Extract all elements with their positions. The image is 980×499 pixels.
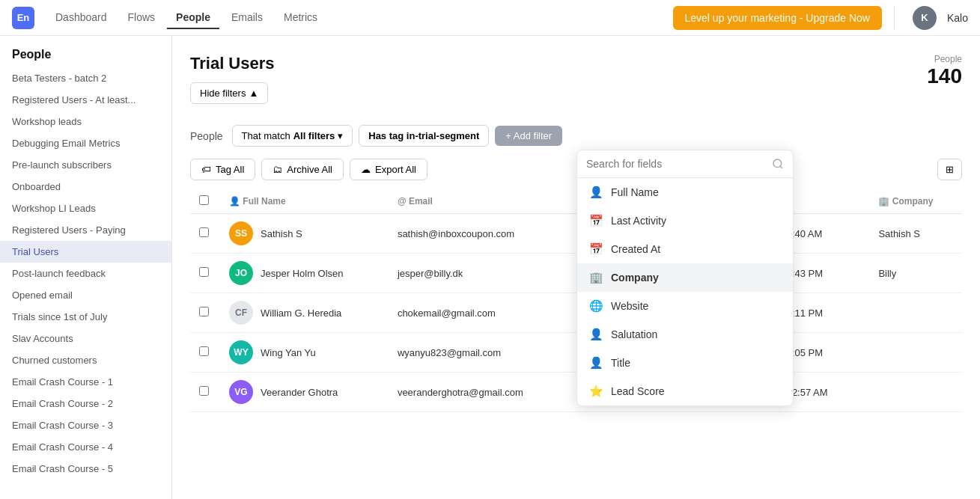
content-header: Trial Users Hide filters ▲ People 140: [190, 54, 962, 116]
row-checkbox-cell: [190, 214, 220, 254]
sidebar-item-registered-users-at[interactable]: Registered Users - At least...: [0, 89, 171, 111]
row-checkbox-cell: [190, 333, 220, 373]
sidebar-item-email-crash-5[interactable]: Email Crash Course - 5: [0, 458, 171, 480]
sidebar-item-postlaunch[interactable]: Post-launch feedback: [0, 263, 171, 284]
sidebar-item-workshop-li[interactable]: Workshop LI Leads: [0, 198, 171, 219]
row-avatar: JO: [229, 261, 253, 285]
columns-icon: ⊞: [946, 164, 954, 175]
row-checkbox-cell: [190, 254, 220, 293]
dropdown-item-icon: 🌐: [589, 299, 603, 313]
archive-all-label: Archive All: [287, 164, 332, 175]
sidebar-item-trial-users[interactable]: Trial Users: [0, 241, 171, 263]
dropdown-item[interactable]: 👤 Title: [577, 349, 793, 377]
row-full-name: Wing Yan Yu: [261, 347, 316, 358]
people-filter-label: People: [190, 130, 223, 142]
row-avatar: WY: [229, 340, 253, 364]
tag-filter-button[interactable]: Has tag in-trial-segment: [359, 125, 489, 147]
content-area: Trial Users Hide filters ▲ People 140 Pe…: [172, 36, 980, 499]
row-full-name: Jesper Holm Olsen: [261, 268, 344, 279]
match-filter-button[interactable]: That match All filters ▾: [232, 125, 353, 147]
nav-items: Dashboard Flows People Emails Metrics: [46, 7, 326, 29]
dropdown-item-label: Created At: [611, 243, 660, 255]
row-checkbox[interactable]: [199, 267, 209, 277]
row-email: chokemail@gmail.com: [398, 307, 496, 319]
row-avatar: CF: [229, 301, 253, 325]
export-all-label: Export All: [375, 164, 416, 175]
sidebar-item-beta-testers[interactable]: Beta Testers - batch 2: [0, 67, 171, 89]
sidebar-item-trials-july[interactable]: Trials since 1st of July: [0, 306, 171, 328]
sidebar-item-email-crash-1[interactable]: Email Crash Course - 1: [0, 371, 171, 393]
export-all-button[interactable]: ☁ Export All: [350, 159, 427, 180]
dropdown-item-label: Lead Score: [611, 385, 665, 397]
row-checkbox[interactable]: [199, 227, 209, 237]
sidebar: People Beta Testers - batch 2 Registered…: [0, 36, 172, 499]
tag-icon: 🏷: [201, 164, 211, 175]
sidebar-item-email-crash-3[interactable]: Email Crash Course - 3: [0, 414, 171, 436]
upgrade-button[interactable]: Level up your marketing - Upgrade Now: [673, 6, 882, 30]
row-checkbox[interactable]: [199, 386, 209, 396]
chevron-up-icon: ▲: [249, 88, 258, 99]
avatar-name: Kalo: [947, 12, 968, 24]
sidebar-item-onboarded[interactable]: Onboarded: [0, 176, 171, 198]
dropdown-item-label: Last Activity: [611, 215, 666, 227]
sidebar-item-registered-paying[interactable]: Registered Users - Paying: [0, 219, 171, 241]
sidebar-item-email-crash-4[interactable]: Email Crash Course - 4: [0, 436, 171, 458]
dropdown-item[interactable]: 🏢 Company: [577, 263, 793, 292]
add-filter-button[interactable]: + Add filter: [495, 126, 562, 146]
tag-all-label: Tag All: [216, 164, 244, 175]
nav-divider: [894, 6, 895, 30]
sidebar-item-email-crash-2[interactable]: Email Crash Course - 2: [0, 393, 171, 414]
row-company-cell: Sathish S: [869, 214, 962, 254]
dropdown-item-label: Company: [611, 272, 659, 284]
tag-all-button[interactable]: 🏷 Tag All: [190, 159, 255, 180]
nav-metrics[interactable]: Metrics: [275, 7, 326, 29]
nav-dashboard[interactable]: Dashboard: [46, 7, 116, 29]
avatar: K: [913, 6, 937, 30]
export-icon: ☁: [361, 164, 371, 175]
people-count-box: People 140: [927, 54, 962, 88]
row-company-cell: Billy: [869, 254, 962, 293]
sidebar-item-slav[interactable]: Slav Accounts: [0, 328, 171, 349]
sidebar-item-opened-email[interactable]: Opened email: [0, 284, 171, 306]
nav-people[interactable]: People: [167, 7, 219, 29]
col-email: @ Email: [389, 189, 571, 214]
row-company-cell: [869, 293, 962, 333]
dropdown-item[interactable]: 👤 Full Name: [577, 178, 793, 206]
logo-badge: En: [12, 7, 34, 29]
row-checkbox[interactable]: [199, 346, 209, 356]
nav-flows[interactable]: Flows: [119, 7, 165, 29]
dropdown-item[interactable]: 👤 Salutation: [577, 320, 793, 349]
row-name-cell: WY Wing Yan Yu: [220, 333, 389, 373]
sidebar-item-prelaunch[interactable]: Pre-launch subscribers: [0, 154, 171, 176]
dropdown-item[interactable]: 📅 Created At: [577, 235, 793, 263]
dropdown-item-label: Salutation: [611, 328, 657, 340]
archive-all-button[interactable]: 🗂 Archive All: [261, 159, 344, 180]
hide-filters-label: Hide filters: [200, 88, 246, 99]
nav-emails[interactable]: Emails: [222, 7, 272, 29]
dropdown-item-label: Title: [611, 357, 630, 369]
dropdown-search-input[interactable]: [586, 158, 766, 170]
dropdown-item[interactable]: 📅 Last Activity: [577, 206, 793, 235]
search-icon: [772, 158, 784, 170]
row-email: jesper@billy.dk: [398, 268, 463, 279]
field-search-dropdown: 👤 Full Name 📅 Last Activity 📅 Created At…: [576, 150, 794, 406]
sidebar-item-workshop-leads[interactable]: Workshop leads: [0, 111, 171, 132]
row-checkbox[interactable]: [199, 307, 209, 316]
sidebar-item-churned[interactable]: Churned customers: [0, 349, 171, 371]
row-checkbox-cell: [190, 293, 220, 333]
hide-filters-button[interactable]: Hide filters ▲: [190, 82, 268, 104]
people-filter-row: People That match All filters ▾ Has tag …: [190, 125, 962, 147]
columns-icon-button[interactable]: ⊞: [937, 159, 962, 180]
sidebar-item-debugging[interactable]: Debugging Email Metrics: [0, 132, 171, 154]
row-company-cell: [869, 333, 962, 373]
row-full-name: William G. Heredia: [261, 307, 341, 319]
email-icon: @: [398, 196, 407, 206]
select-all-checkbox[interactable]: [199, 195, 209, 205]
dropdown-item[interactable]: ⭐ Lead Score: [577, 377, 793, 405]
col-company: 🏢 Company: [869, 189, 962, 214]
dropdown-items-list: 👤 Full Name 📅 Last Activity 📅 Created At…: [577, 178, 793, 405]
row-full-name: Sathish S: [261, 228, 302, 239]
dropdown-item-label: Full Name: [611, 186, 659, 198]
dropdown-item-icon: 📅: [589, 242, 603, 256]
dropdown-item[interactable]: 🌐 Website: [577, 292, 793, 320]
